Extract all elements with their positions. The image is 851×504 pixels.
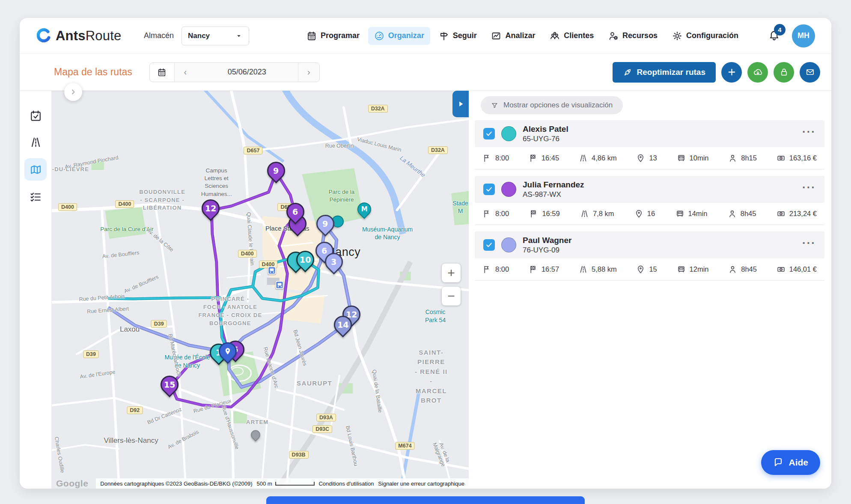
- vehicle-plate: AS-987-WX: [523, 190, 561, 199]
- route-map[interactable]: -DU-LIÈVREBOUDONVILLE - SCARPONE - LIBÉR…: [52, 91, 469, 489]
- person-icon: [728, 154, 737, 163]
- route-checkbox[interactable]: [483, 184, 495, 195]
- screen: AntsRoute Almacén Nancy Programar Organi…: [0, 0, 851, 504]
- banknote-icon: [777, 265, 786, 274]
- check-icon: [485, 130, 493, 137]
- road-icon: [579, 154, 588, 163]
- stat-distance: 7,8 km: [580, 209, 614, 218]
- scale-line: [275, 482, 315, 486]
- route-checkbox[interactable]: [483, 128, 495, 139]
- sidebar-item-planning[interactable]: [24, 105, 47, 126]
- route-card-header: Paul Wagner 76-UYG-09 ···: [475, 231, 824, 258]
- van-icon: [677, 154, 686, 163]
- stat-drive-time: 12min: [677, 265, 709, 274]
- nav-analizar[interactable]: Analizar: [485, 27, 541, 45]
- gauge-icon: [374, 31, 384, 41]
- plus-icon: [727, 67, 737, 77]
- google-logo: Google: [56, 478, 88, 489]
- stop-pin[interactable]: 3: [325, 253, 343, 271]
- add-button[interactable]: [721, 62, 742, 83]
- calendar-icon: [157, 68, 167, 77]
- nav-seguir[interactable]: Seguir: [433, 27, 483, 45]
- chart-icon: [491, 31, 501, 41]
- sidebar-item-map[interactable]: [24, 158, 47, 181]
- date-next-button[interactable]: ›: [298, 63, 319, 82]
- send-email-button[interactable]: [800, 62, 820, 83]
- stat-work-time: 8h45: [728, 209, 756, 218]
- stop-pin[interactable]: 14: [334, 316, 352, 334]
- toolbar-actions: Reoptimizar rutas: [613, 62, 820, 83]
- person-icon: [728, 209, 737, 218]
- zoom-in-button[interactable]: +: [442, 264, 461, 282]
- route-card: Julia Fernandez AS-987-WX ··· 8:00 16:59…: [475, 176, 824, 225]
- stop-pin[interactable]: 15: [161, 376, 179, 394]
- brand-logo: AntsRoute: [36, 28, 144, 44]
- warehouse-select[interactable]: Nancy: [182, 27, 249, 45]
- display-options-button[interactable]: Mostrar opciones de visualización: [481, 96, 623, 114]
- nav-recursos[interactable]: Recursos: [602, 27, 664, 45]
- cloud-download-icon: [753, 67, 763, 77]
- map-pin-icon: [634, 209, 643, 218]
- current-location-pin[interactable]: [219, 342, 237, 360]
- stat-end-time: 16:57: [529, 265, 559, 274]
- stop-pin[interactable]: 12: [202, 199, 220, 217]
- warehouse-value: Nancy: [188, 32, 210, 40]
- route-menu-button[interactable]: ···: [802, 243, 816, 247]
- stop-pin[interactable]: 10: [296, 251, 314, 269]
- caret-down-icon: [235, 32, 243, 40]
- stat-start-time: 8:00: [482, 154, 509, 163]
- stop-pin[interactable]: 6: [286, 203, 304, 221]
- nav-clientes[interactable]: Clientes: [544, 27, 600, 45]
- flag-icon: [482, 265, 491, 274]
- date-value[interactable]: 05/06/2023: [196, 63, 298, 82]
- road-icon: [30, 136, 42, 148]
- zoom-out-button[interactable]: −: [442, 287, 461, 305]
- route-checkbox[interactable]: [483, 239, 495, 251]
- calendar-icon: [306, 31, 317, 41]
- antsroute-logo-icon: [36, 28, 51, 44]
- date-prev-button[interactable]: ‹: [175, 63, 196, 82]
- report-error-link[interactable]: Signaler une erreur cartographique: [378, 480, 464, 487]
- map-attribution-bar: Google Données cartographiques ©2023 Geo…: [52, 478, 469, 489]
- app-window: AntsRoute Almacén Nancy Programar Organi…: [20, 18, 831, 489]
- driver-name: Paul Wagner: [523, 235, 571, 246]
- help-button[interactable]: Aide: [761, 450, 820, 475]
- sidebar-item-routes[interactable]: [24, 132, 47, 152]
- route-menu-button[interactable]: ···: [802, 187, 816, 192]
- notifications-button[interactable]: 4: [768, 29, 780, 42]
- play-icon: [456, 100, 465, 108]
- lock-button[interactable]: [774, 62, 794, 83]
- routes-panel: Mostrar opciones de visualización Alexis…: [469, 91, 831, 489]
- route-card-header: Alexis Patel 65-UYG-76 ···: [475, 120, 824, 147]
- stat-cost: 163,16 €: [777, 154, 817, 163]
- export-button[interactable]: [747, 62, 768, 83]
- route-menu-button[interactable]: ···: [802, 132, 816, 136]
- nav-configuracion[interactable]: Configuración: [666, 27, 744, 45]
- sidebar-item-list[interactable]: [24, 187, 47, 207]
- terms-link[interactable]: Conditions d'utilisation: [318, 480, 374, 487]
- nav-organizar[interactable]: Organizar: [368, 27, 430, 45]
- map-zoom-controls: + −: [442, 264, 461, 305]
- bottom-strip: [266, 496, 585, 504]
- stop-pin[interactable]: 9: [267, 162, 285, 180]
- stat-end-time: 16:59: [529, 209, 559, 218]
- poi-pin[interactable]: [251, 430, 260, 440]
- transit-station-icon: [275, 281, 283, 289]
- gear-icon: [672, 31, 682, 41]
- warehouse-label: Almacén: [144, 31, 174, 40]
- route-stats: 8:00 16:45 4,86 km 13 10min 8h15 163,16 …: [475, 147, 824, 169]
- driver-info: Alexis Patel 65-UYG-76: [523, 124, 568, 143]
- reoptimize-routes-button[interactable]: Reoptimizar rutas: [613, 62, 716, 83]
- nav-programar[interactable]: Programar: [301, 27, 366, 45]
- route-card: Paul Wagner 76-UYG-09 ··· 8:00 16:57 5,8…: [475, 231, 824, 281]
- driver-name: Alexis Patel: [523, 124, 568, 134]
- calendar-button[interactable]: [150, 63, 175, 82]
- poi-pin[interactable]: M: [357, 202, 371, 216]
- expand-panel-button[interactable]: [64, 83, 82, 101]
- people-icon: [550, 31, 560, 41]
- stop-pin[interactable]: 9: [316, 215, 334, 233]
- map-collapse-tab[interactable]: [452, 91, 469, 117]
- banknote-icon: [777, 209, 786, 218]
- user-avatar[interactable]: MH: [792, 24, 815, 47]
- map-icon: [30, 163, 42, 176]
